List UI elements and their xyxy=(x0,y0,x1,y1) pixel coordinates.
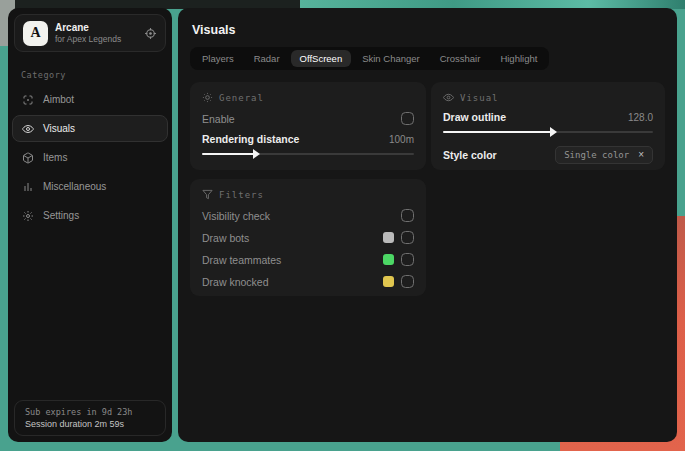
sidebar-item-items[interactable]: Items xyxy=(12,144,168,171)
slider-fill xyxy=(202,153,255,155)
tab-players[interactable]: Players xyxy=(193,50,243,67)
draw-outline-value: 128.0 xyxy=(628,112,653,123)
visibility-check-row: Visibility check xyxy=(202,209,414,222)
sub-expiry-text: Sub expires in 9d 23h xyxy=(25,407,155,417)
eye-icon xyxy=(22,123,34,135)
bars-icon xyxy=(22,181,34,193)
sidebar-item-visuals[interactable]: Visuals xyxy=(12,115,168,142)
style-color-row: Style color Single color × xyxy=(443,146,653,164)
sidebar-item-label: Miscellaneous xyxy=(43,181,106,192)
category-label: Category xyxy=(21,70,172,80)
funnel-icon xyxy=(202,189,213,200)
visual-card: Visual Draw outline 128.0 Style color Si… xyxy=(431,82,665,170)
box-icon xyxy=(22,152,34,164)
app-title: Arcane xyxy=(55,22,121,33)
rendering-distance-row: Rendering distance 100m xyxy=(202,133,414,145)
tab-radar[interactable]: Radar xyxy=(245,50,289,67)
sidebar-item-settings[interactable]: Settings xyxy=(12,202,168,229)
draw-bots-color-swatch[interactable] xyxy=(383,232,394,243)
draw-teammates-checkbox[interactable] xyxy=(401,253,414,266)
page-title: Visuals xyxy=(192,23,236,37)
style-color-dropdown[interactable]: Single color × xyxy=(555,146,653,164)
draw-bots-checkbox[interactable] xyxy=(401,231,414,244)
slider-thumb[interactable] xyxy=(253,149,260,159)
app-header-card: A Arcane for Apex Legends xyxy=(14,14,166,52)
draw-teammates-color-swatch[interactable] xyxy=(383,254,394,265)
session-duration-text: Session duration 2m 59s xyxy=(25,419,155,429)
sidebar-item-label: Aimbot xyxy=(43,94,74,105)
sidebar-item-label: Items xyxy=(43,152,67,163)
main-panel: Visuals Players Radar OffScreen Skin Cha… xyxy=(178,8,677,442)
draw-bots-row: Draw bots xyxy=(202,231,414,244)
tab-skin-changer[interactable]: Skin Changer xyxy=(353,50,429,67)
draw-outline-slider[interactable] xyxy=(443,128,653,136)
general-card: General Enable Rendering distance 100m xyxy=(190,82,426,170)
draw-outline-row: Draw outline 128.0 xyxy=(443,111,653,123)
sidebar-item-label: Visuals xyxy=(43,123,75,134)
visual-header: Visual xyxy=(443,92,653,103)
draw-knocked-checkbox[interactable] xyxy=(401,275,414,288)
close-icon[interactable]: × xyxy=(638,150,644,160)
eye-icon xyxy=(443,92,454,103)
general-header: General xyxy=(202,92,414,103)
style-color-label: Style color xyxy=(443,149,497,161)
crosshair-icon xyxy=(22,94,34,106)
draw-outline-label: Draw outline xyxy=(443,111,506,123)
general-header-label: General xyxy=(219,93,264,103)
style-color-value: Single color xyxy=(564,150,629,160)
visual-header-label: Visual xyxy=(460,93,499,103)
draw-knocked-row: Draw knocked xyxy=(202,275,414,288)
slider-thumb[interactable] xyxy=(550,127,557,137)
sidebar-item-aimbot[interactable]: Aimbot xyxy=(12,86,168,113)
visibility-check-label: Visibility check xyxy=(202,210,270,222)
visibility-check-checkbox[interactable] xyxy=(401,209,414,222)
draw-knocked-color-swatch[interactable] xyxy=(383,276,394,287)
tab-offscreen[interactable]: OffScreen xyxy=(291,50,352,67)
enable-row: Enable xyxy=(202,112,414,125)
enable-checkbox[interactable] xyxy=(401,112,414,125)
slider-fill xyxy=(443,131,552,133)
filters-card: Filters Visibility check Draw bots Draw … xyxy=(190,179,426,296)
draw-knocked-label: Draw knocked xyxy=(202,276,269,288)
target-icon[interactable] xyxy=(144,27,157,40)
sun-icon xyxy=(202,92,213,103)
sidebar-nav: Aimbot Visuals Items xyxy=(8,85,172,230)
rendering-distance-value: 100m xyxy=(389,134,414,145)
tab-highlight[interactable]: Highlight xyxy=(491,50,546,67)
draw-teammates-row: Draw teammates xyxy=(202,253,414,266)
tab-bar: Players Radar OffScreen Skin Changer Cro… xyxy=(190,47,549,70)
filters-header-label: Filters xyxy=(219,190,264,200)
rendering-distance-label: Rendering distance xyxy=(202,133,299,145)
draw-teammates-label: Draw teammates xyxy=(202,254,281,266)
draw-bots-label: Draw bots xyxy=(202,232,249,244)
app-subtitle: for Apex Legends xyxy=(55,34,121,44)
enable-label: Enable xyxy=(202,113,235,125)
sidebar-item-label: Settings xyxy=(43,210,79,221)
sidebar-item-miscellaneous[interactable]: Miscellaneous xyxy=(12,173,168,200)
sidebar: A Arcane for Apex Legends Category xyxy=(8,8,172,442)
subscription-status-card: Sub expires in 9d 23h Session duration 2… xyxy=(14,400,166,436)
filters-header: Filters xyxy=(202,189,414,200)
gear-icon xyxy=(22,210,34,222)
rendering-distance-slider[interactable] xyxy=(202,150,414,158)
app-logo: A xyxy=(23,21,48,46)
tab-crosshair[interactable]: Crosshair xyxy=(431,50,490,67)
app-names: Arcane for Apex Legends xyxy=(55,22,121,44)
